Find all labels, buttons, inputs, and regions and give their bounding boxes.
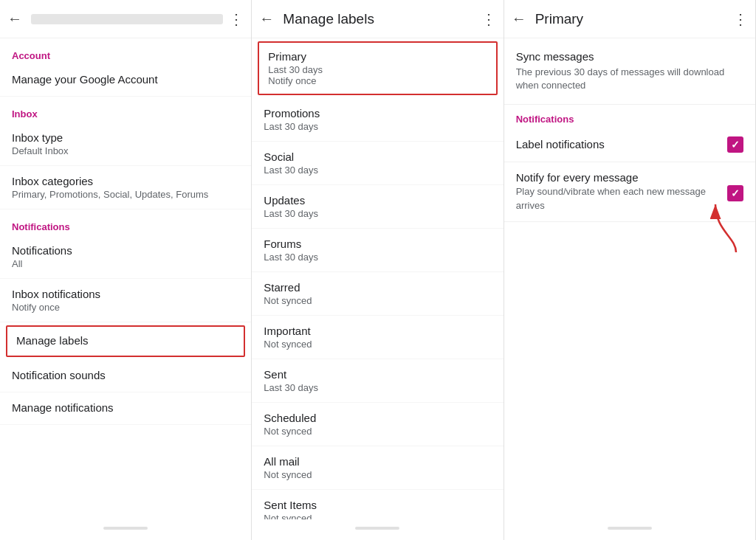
social-label-sub: Last 30 days — [264, 165, 491, 176]
forums-label-name: Forums — [264, 238, 491, 250]
sentitems-label-item[interactable]: Sent Items Not synced — [252, 490, 503, 519]
notifications-right-label: Notifications — [504, 105, 755, 128]
middle-back-icon[interactable]: ← — [259, 10, 274, 27]
account-section-label: Account — [0, 38, 251, 64]
starred-label-name: Starred — [264, 281, 491, 294]
label-notifications-checkbox[interactable] — [727, 136, 743, 153]
primary-label-name: Primary — [268, 50, 487, 63]
starred-label-sub: Not synced — [264, 295, 491, 306]
right-back-icon[interactable]: ← — [512, 10, 526, 27]
label-notifications-row[interactable]: Label notifications — [504, 128, 755, 162]
left-scrollbar — [103, 527, 148, 530]
manage-notifications-item[interactable]: Manage notifications — [0, 392, 251, 425]
scheduled-label-sub: Not synced — [264, 426, 491, 437]
updates-label-item[interactable]: Updates Last 30 days — [252, 185, 503, 229]
left-header: ← ⋮ — [0, 0, 251, 38]
notifications-title: Notifications — [12, 244, 239, 257]
notifications-item[interactable]: Notifications All — [0, 235, 251, 279]
notification-sounds-item[interactable]: Notification sounds — [0, 360, 251, 392]
label-notifications-text: Label notifications — [516, 138, 727, 152]
promotions-label-item[interactable]: Promotions Last 30 days — [252, 98, 503, 142]
primary-label-sub: Last 30 daysNotify once — [268, 64, 487, 86]
manage-labels-title: Manage labels — [16, 334, 235, 347]
inbox-categories-item[interactable]: Inbox categories Primary, Promotions, So… — [0, 166, 251, 210]
right-more-icon[interactable]: ⋮ — [733, 10, 748, 28]
middle-scrollbar — [355, 527, 399, 530]
notification-sounds-title: Notification sounds — [12, 369, 239, 381]
middle-footer — [252, 519, 503, 540]
middle-title: Manage labels — [283, 11, 481, 27]
right-scrollbar — [608, 527, 652, 530]
right-title: Primary — [535, 11, 733, 27]
notify-every-checkbox[interactable] — [727, 185, 743, 201]
starred-label-item[interactable]: Starred Not synced — [252, 272, 503, 316]
social-label-item[interactable]: Social Last 30 days — [252, 142, 503, 185]
forums-label-item[interactable]: Forums Last 30 days — [252, 229, 503, 272]
scheduled-label-name: Scheduled — [264, 412, 491, 424]
sync-messages-title: Sync messages — [516, 50, 743, 63]
sentitems-label-name: Sent Items — [264, 499, 491, 511]
middle-header: ← Manage labels ⋮ — [252, 0, 503, 38]
left-back-icon[interactable]: ← — [7, 10, 22, 27]
right-header: ← Primary ⋮ — [504, 0, 755, 38]
inbox-notifications-item[interactable]: Inbox notifications Notify once — [0, 279, 251, 322]
middle-panel: ← Manage labels ⋮ Primary Last 30 daysNo… — [252, 0, 504, 540]
left-title-blurred — [31, 14, 223, 24]
primary-label-item[interactable]: Primary Last 30 daysNotify once — [258, 41, 497, 95]
notifications-subtitle: All — [12, 258, 239, 269]
sync-messages-subtitle: The previous 30 days of messages will do… — [516, 66, 743, 92]
left-panel: ← ⋮ Account Manage your Google Account I… — [0, 0, 252, 540]
left-footer — [0, 519, 251, 540]
sent-label-sub: Last 30 days — [264, 382, 491, 393]
label-notifications-title: Label notifications — [516, 138, 727, 150]
allmail-label-item[interactable]: All mail Not synced — [252, 446, 503, 490]
important-label-name: Important — [264, 325, 491, 337]
sentitems-label-sub: Not synced — [264, 513, 491, 519]
notify-every-title: Notify for every message — [516, 171, 727, 184]
inbox-categories-subtitle: Primary, Promotions, Social, Updates, Fo… — [12, 189, 239, 200]
right-content: Sync messages The previous 30 days of me… — [504, 38, 755, 519]
updates-label-sub: Last 30 days — [264, 208, 491, 219]
manage-google-account-item[interactable]: Manage your Google Account — [0, 64, 251, 97]
inbox-notifications-title: Inbox notifications — [12, 288, 239, 300]
inbox-type-subtitle: Default Inbox — [12, 145, 239, 156]
middle-more-icon[interactable]: ⋮ — [481, 10, 496, 28]
updates-label-name: Updates — [264, 194, 491, 207]
allmail-label-sub: Not synced — [264, 469, 491, 480]
middle-content: Primary Last 30 daysNotify once Promotio… — [252, 38, 503, 519]
notifications-section-label: Notifications — [0, 210, 251, 235]
promotions-label-name: Promotions — [264, 107, 491, 120]
manage-labels-item[interactable]: Manage labels — [6, 325, 245, 357]
inbox-type-title: Inbox type — [12, 131, 239, 144]
scheduled-label-item[interactable]: Scheduled Not synced — [252, 403, 503, 446]
manage-notifications-title: Manage notifications — [12, 401, 239, 414]
inbox-section-label: Inbox — [0, 97, 251, 122]
important-label-item[interactable]: Important Not synced — [252, 316, 503, 359]
manage-google-account-title: Manage your Google Account — [12, 73, 239, 86]
sent-label-name: Sent — [264, 368, 491, 381]
sync-messages-section: Sync messages The previous 30 days of me… — [504, 38, 755, 105]
forums-label-sub: Last 30 days — [264, 252, 491, 263]
social-label-name: Social — [264, 150, 491, 163]
inbox-notifications-subtitle: Notify once — [12, 302, 239, 313]
important-label-sub: Not synced — [264, 339, 491, 350]
notify-every-subtitle: Play sound/vibrate when each new message… — [516, 185, 727, 212]
inbox-type-item[interactable]: Inbox type Default Inbox — [0, 122, 251, 166]
promotions-label-sub: Last 30 days — [264, 121, 491, 132]
right-footer — [504, 519, 755, 540]
left-more-icon[interactable]: ⋮ — [229, 10, 244, 28]
sent-label-item[interactable]: Sent Last 30 days — [252, 359, 503, 403]
allmail-label-name: All mail — [264, 455, 491, 468]
notify-every-text: Notify for every message Play sound/vibr… — [516, 171, 727, 212]
notify-every-row[interactable]: Notify for every message Play sound/vibr… — [504, 162, 755, 221]
left-content: Account Manage your Google Account Inbox… — [0, 38, 251, 519]
right-panel: ← Primary ⋮ Sync messages The previous 3… — [504, 0, 756, 540]
inbox-categories-title: Inbox categories — [12, 175, 239, 187]
